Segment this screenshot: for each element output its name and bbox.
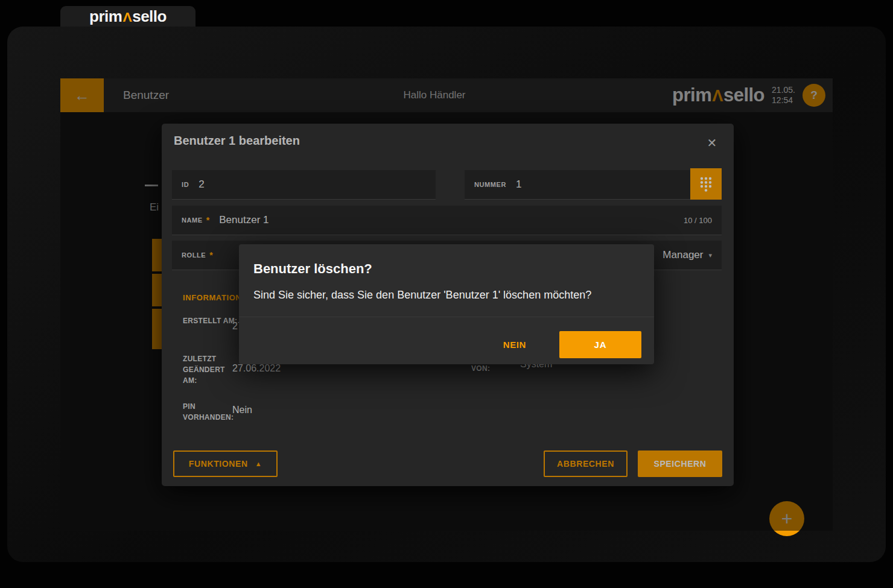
confirm-message: Sind Sie sicher, dass Sie den Benutzer '…	[253, 289, 591, 302]
confirm-title: Benutzer löschen?	[253, 261, 372, 277]
delete-confirm-dialog: Benutzer löschen? Sind Sie sicher, dass …	[239, 244, 654, 364]
ja-button[interactable]: JA	[559, 331, 641, 358]
logo-text-suffix: sello	[132, 7, 167, 25]
divider	[239, 317, 654, 317]
nein-button[interactable]: NEIN	[495, 334, 535, 356]
browser-tab[interactable]: primΛsello	[60, 6, 195, 27]
logo-caret-icon: Λ	[122, 9, 132, 25]
confirm-footer: NEIN JA	[239, 331, 654, 358]
logo-text-prefix: prim	[89, 7, 122, 25]
primasello-logo: primΛsello	[89, 7, 167, 26]
screen: primΛsello ← Benutzer Hallo Händler prim…	[0, 0, 893, 588]
